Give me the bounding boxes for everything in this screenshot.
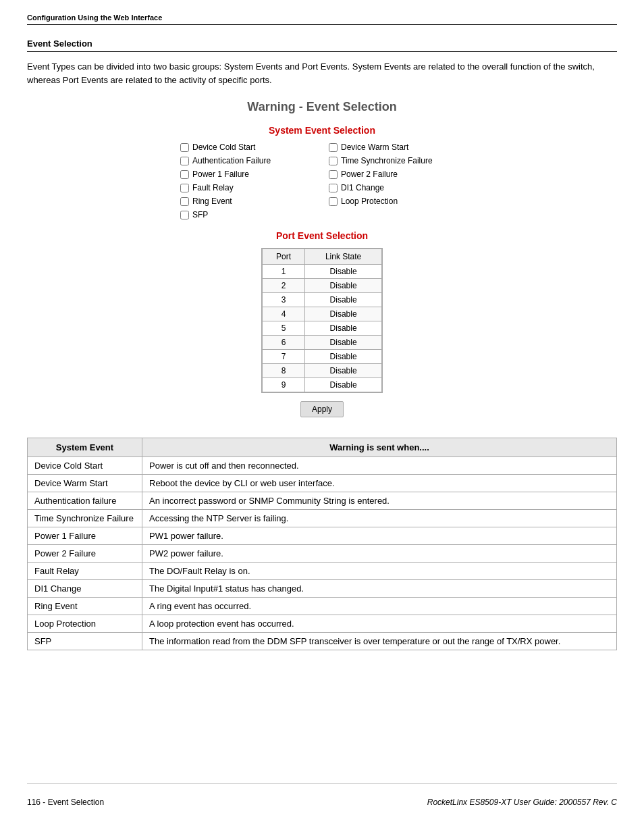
port-link-state: Disable — [305, 279, 382, 293]
ref-table-row: SFPThe information read from the DDM SFP… — [28, 633, 617, 650]
footer-left: 116 - Event Selection — [27, 798, 104, 807]
port-table-row: 8Disable — [263, 364, 382, 378]
port-number: 7 — [263, 350, 305, 364]
ref-table-row: Power 1 FailurePW1 power failure. — [28, 527, 617, 545]
ref-event-name: Authentication failure — [28, 492, 142, 510]
port-table-row: 5Disable — [263, 321, 382, 336]
ref-table-row: Fault RelayThe DO/Fault Relay is on. — [28, 563, 617, 580]
checkbox-device-cold-start-input[interactable] — [180, 143, 189, 152]
ref-event-name: Device Warm Start — [28, 475, 142, 492]
intro-paragraph: Event Types can be divided into two basi… — [27, 60, 617, 86]
ref-event-description: Power is cut off and then reconnected. — [142, 457, 617, 475]
checkbox-power-1-failure[interactable]: Power 1 Failure — [180, 170, 315, 179]
ref-table-row: Time Synchronize FailureAccessing the NT… — [28, 510, 617, 527]
page-header: Configuration Using the Web Interface — [27, 14, 617, 25]
ref-event-name: Device Cold Start — [28, 457, 142, 475]
ref-event-description: A ring event has occurred. — [142, 598, 617, 615]
ref-table-row: Loop ProtectionA loop protection event h… — [28, 615, 617, 633]
port-number: 3 — [263, 293, 305, 307]
ref-event-description: The information read from the DDM SFP tr… — [142, 633, 617, 650]
checkbox-authentication-failure[interactable]: Authentication Failure — [180, 156, 315, 165]
checkbox-authentication-failure-input[interactable] — [180, 157, 189, 165]
ref-event-description: An incorrect password or SNMP Community … — [142, 492, 617, 510]
ref-event-name: SFP — [28, 633, 142, 650]
checkbox-device-warm-start[interactable]: Device Warm Start — [329, 142, 464, 152]
checkbox-di1-change-input[interactable] — [329, 184, 338, 192]
ref-table-row: Power 2 FailurePW2 power failure. — [28, 545, 617, 563]
header-title: Configuration Using the Web Interface — [27, 14, 162, 22]
link-state-col-header: Link State — [305, 249, 382, 265]
ref-event-name: Time Synchronize Failure — [28, 510, 142, 527]
ref-table-row: DI1 ChangeThe Digital Input#1 status has… — [28, 580, 617, 598]
ref-event-description: Accessing the NTP Server is failing. — [142, 510, 617, 527]
port-event-section-title: Port Event Selection — [276, 230, 368, 241]
ref-table-system-event-header: System Event — [28, 438, 142, 457]
checkbox-time-sync-failure[interactable]: Time Synchronize Failure — [329, 156, 464, 165]
ref-event-name: Power 2 Failure — [28, 545, 142, 563]
port-link-state: Disable — [305, 265, 382, 279]
ref-event-description: A loop protection event has occurred. — [142, 615, 617, 633]
port-number: 5 — [263, 321, 305, 336]
port-link-state: Disable — [305, 321, 382, 336]
port-table-row: 3Disable — [263, 293, 382, 307]
ref-event-description: PW2 power failure. — [142, 545, 617, 563]
page-footer: 116 - Event Selection RocketLinx ES8509-… — [27, 783, 617, 807]
ref-table-row: Device Cold StartPower is cut off and th… — [28, 457, 617, 475]
ref-event-description: PW1 power failure. — [142, 527, 617, 545]
port-link-state: Disable — [305, 350, 382, 364]
checkbox-ring-event-input[interactable] — [180, 197, 189, 206]
checkbox-fault-relay[interactable]: Fault Relay — [180, 183, 315, 192]
ref-event-description: The Digital Input#1 status has changed. — [142, 580, 617, 598]
ref-table-row: Authentication failureAn incorrect passw… — [28, 492, 617, 510]
checkbox-loop-protection[interactable]: Loop Protection — [329, 197, 464, 206]
checkbox-ring-event[interactable]: Ring Event — [180, 197, 315, 206]
port-number: 6 — [263, 336, 305, 350]
port-number: 4 — [263, 307, 305, 321]
port-event-table: Port Link State 1Disable2Disable3Disable… — [262, 249, 382, 392]
port-link-state: Disable — [305, 336, 382, 350]
port-number: 1 — [263, 265, 305, 279]
port-table-row: 7Disable — [263, 350, 382, 364]
port-link-state: Disable — [305, 307, 382, 321]
checkbox-power-2-failure-input[interactable] — [329, 170, 338, 179]
checkbox-sfp-input[interactable] — [180, 211, 189, 219]
port-col-header: Port — [263, 249, 305, 265]
port-table-row: 2Disable — [263, 279, 382, 293]
port-link-state: Disable — [305, 378, 382, 392]
port-link-state: Disable — [305, 293, 382, 307]
system-event-section-title: System Event Selection — [269, 125, 375, 136]
reference-table: System Event Warning is sent when.... De… — [27, 438, 617, 650]
checkbox-power-1-failure-input[interactable] — [180, 170, 189, 179]
port-number: 9 — [263, 378, 305, 392]
checkbox-device-cold-start[interactable]: Device Cold Start — [180, 142, 315, 152]
ref-table-warning-header: Warning is sent when.... — [142, 438, 617, 457]
system-event-checkboxes: Device Cold Start Device Warm Start Auth… — [180, 142, 464, 219]
footer-right: RocketLinx ES8509-XT User Guide: 2000557… — [427, 798, 617, 807]
checkbox-sfp[interactable]: SFP — [180, 210, 315, 219]
warning-title: Warning - Event Selection — [247, 100, 396, 114]
ref-event-name: Fault Relay — [28, 563, 142, 580]
port-number: 2 — [263, 279, 305, 293]
ref-event-name: Ring Event — [28, 598, 142, 615]
ref-event-name: Loop Protection — [28, 615, 142, 633]
checkbox-time-sync-failure-input[interactable] — [329, 157, 338, 165]
apply-button[interactable]: Apply — [300, 401, 344, 417]
ref-event-name: Power 1 Failure — [28, 527, 142, 545]
port-table-row: 1Disable — [263, 265, 382, 279]
footer-right-text: RocketLinx ES8509-XT User Guide: 2000557… — [427, 798, 617, 807]
checkbox-fault-relay-input[interactable] — [180, 184, 189, 192]
port-table-row: 6Disable — [263, 336, 382, 350]
ref-table-row: Device Warm StartReboot the device by CL… — [28, 475, 617, 492]
port-number: 8 — [263, 364, 305, 378]
checkbox-loop-protection-input[interactable] — [329, 197, 338, 206]
ref-event-description: The DO/Fault Relay is on. — [142, 563, 617, 580]
ref-event-name: DI1 Change — [28, 580, 142, 598]
checkbox-di1-change[interactable]: DI1 Change — [329, 183, 464, 192]
ref-table-row: Ring EventA ring event has occurred. — [28, 598, 617, 615]
checkbox-device-warm-start-input[interactable] — [329, 143, 338, 152]
port-table-row: 9Disable — [263, 378, 382, 392]
port-event-table-container[interactable]: Port Link State 1Disable2Disable3Disable… — [261, 248, 383, 393]
port-link-state: Disable — [305, 364, 382, 378]
center-config-block: Warning - Event Selection System Event S… — [27, 100, 617, 417]
checkbox-power-2-failure[interactable]: Power 2 Failure — [329, 170, 464, 179]
